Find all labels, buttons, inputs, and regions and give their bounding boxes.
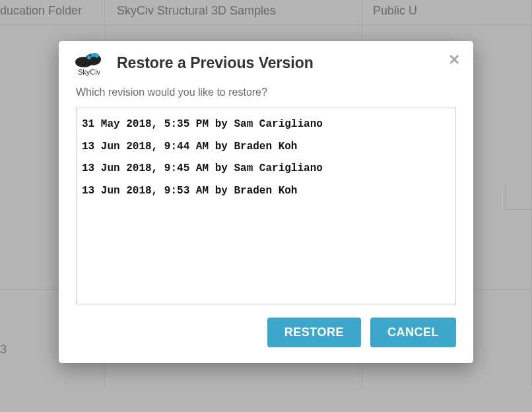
revision-item[interactable]: 13 Jun 2018, 9:44 AM by Braden Koh bbox=[81, 136, 451, 158]
revision-item[interactable]: 13 Jun 2018, 9:53 AM by Braden Koh bbox=[81, 180, 451, 203]
restore-button[interactable]: RESTORE bbox=[267, 318, 361, 347]
revision-item[interactable]: 31 May 2018, 5:35 PM by Sam Carigliano bbox=[81, 114, 451, 136]
skyciv-logo: SkyCiv bbox=[72, 50, 106, 76]
modal-footer: RESTORE CANCEL bbox=[59, 304, 473, 363]
modal-header: SkyCiv Restore a Previous Version ✕ bbox=[59, 41, 473, 83]
modal-body: Which revision would you like to restore… bbox=[59, 83, 473, 304]
restore-version-modal: SkyCiv Restore a Previous Version ✕ Whic… bbox=[59, 41, 473, 363]
modal-title: Restore a Previous Version bbox=[117, 54, 314, 72]
revision-item[interactable]: 13 Jun 2018, 9:45 AM by Sam Carigliano bbox=[81, 158, 451, 180]
modal-overlay: SkyCiv Restore a Previous Version ✕ Whic… bbox=[0, 0, 532, 412]
revision-list[interactable]: 31 May 2018, 5:35 PM by Sam Carigliano 1… bbox=[76, 108, 456, 304]
svg-point-2 bbox=[87, 55, 91, 59]
close-icon[interactable]: ✕ bbox=[448, 53, 460, 67]
cancel-button[interactable]: CANCEL bbox=[370, 318, 456, 347]
modal-prompt: Which revision would you like to restore… bbox=[76, 86, 456, 98]
logo-text: SkyCiv bbox=[72, 68, 106, 76]
